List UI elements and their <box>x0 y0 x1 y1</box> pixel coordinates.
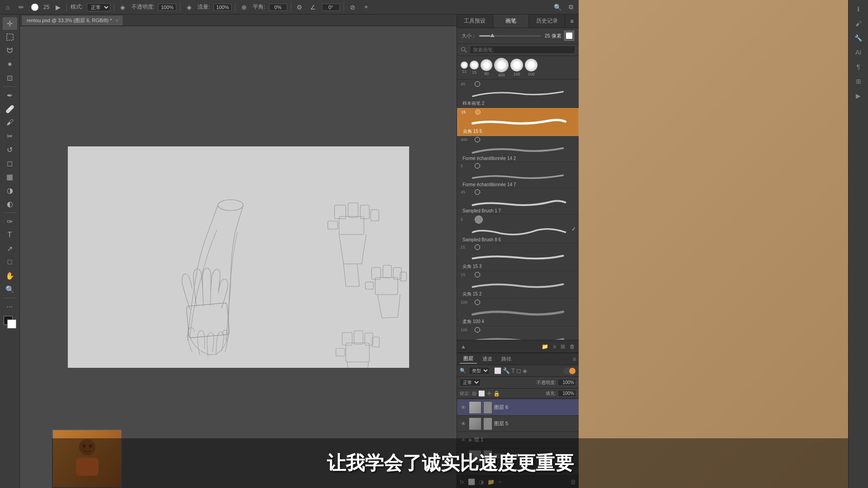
brush-preview-toggle[interactable] <box>564 31 574 41</box>
far-right-icon-7[interactable]: ▶ <box>852 89 865 102</box>
arrange-icon[interactable]: ⧉ <box>566 2 576 12</box>
gradient-tool[interactable]: ▦ <box>3 170 17 183</box>
dodge-tool[interactable]: ◐ <box>3 197 17 210</box>
far-right-icon-3[interactable]: 🔧 <box>852 32 865 44</box>
home-icon[interactable]: ⌂ <box>3 2 13 12</box>
text-tool[interactable]: T <box>3 229 17 241</box>
symmetry-icon[interactable]: ⌖ <box>361 2 371 12</box>
filter-smart-icon[interactable]: ◈ <box>523 367 527 374</box>
crop-tool[interactable]: ⊡ <box>3 71 17 84</box>
brush-search-input[interactable] <box>470 46 575 54</box>
tab-brush[interactable]: 画笔 <box>493 14 529 28</box>
layers-panel-menu[interactable]: ≡ <box>573 356 576 362</box>
tab-channels[interactable]: 通道 <box>479 355 496 363</box>
opacity-input-layers[interactable] <box>558 379 576 386</box>
brush-create-folder-icon[interactable]: 📁 <box>542 343 548 350</box>
brush-item-9[interactable]: 100 柔角 100 6 <box>457 326 579 340</box>
opacity-value[interactable]: 100% <box>158 4 176 11</box>
history-brush-tool[interactable]: ↺ <box>3 143 17 156</box>
layer-item-3[interactable]: 👁 图层 4 拷贝 <box>457 448 579 465</box>
far-right-icon-6[interactable]: ⊞ <box>852 75 865 88</box>
lasso-tool[interactable]: ᗢ <box>3 44 17 57</box>
settings-icon[interactable]: ⚙ <box>295 2 305 12</box>
brush-grid-view-icon[interactable]: ⊞ <box>561 343 565 350</box>
filter-adjust-icon[interactable]: 🔧 <box>503 367 510 374</box>
flow-icon[interactable]: ◈ <box>184 2 194 12</box>
brush-item-4[interactable]: 45 Sampled Brush 1 7 <box>457 188 579 215</box>
new-layer-icon[interactable]: + <box>498 479 502 485</box>
preset-4[interactable]: 400 <box>494 58 509 77</box>
far-right-icon-4[interactable]: AI <box>852 46 865 59</box>
shape-tool[interactable]: □ <box>3 256 17 268</box>
brush-tool-icon[interactable]: ✏ <box>16 2 26 12</box>
folder-icon[interactable]: 📁 <box>487 479 495 485</box>
lock-pixel-icon[interactable]: ⬜ <box>478 390 485 397</box>
panel-menu-icon[interactable]: ≡ <box>565 18 579 24</box>
fill-input[interactable] <box>558 390 576 397</box>
filter-shape-icon[interactable]: ◻ <box>516 367 521 374</box>
brush-item-3[interactable]: 5 Forme échantillonnée 14 7 <box>457 162 579 188</box>
preset-2[interactable]: 15 <box>470 61 479 75</box>
fx-icon[interactable]: fx <box>460 479 464 485</box>
tab-history[interactable]: 历史记录 <box>529 14 565 28</box>
brush-item-1[interactable]: 15 尖角 15 5 <box>457 108 579 136</box>
layer-visibility-1[interactable]: 👁 <box>460 420 467 427</box>
tab-paths[interactable]: 路径 <box>498 355 515 363</box>
extra-tools[interactable]: ··· <box>3 300 17 313</box>
add-mask-icon[interactable]: ⬜ <box>468 479 475 485</box>
brush-item-0[interactable]: 45 样本画笔 2 <box>457 80 579 108</box>
eraser-tool[interactable]: ◻ <box>3 157 17 169</box>
eyedropper-tool[interactable]: ✒ <box>3 89 17 102</box>
selection-tool[interactable] <box>3 31 17 43</box>
brush-delete-icon[interactable]: 🗑 <box>570 343 575 350</box>
brush-item-2[interactable]: 400 Forme échantillonnée 14 2 <box>457 136 579 162</box>
pressure-icon[interactable]: ⊘ <box>348 2 358 12</box>
move-tool[interactable]: ✛ <box>3 17 17 30</box>
far-right-icon-1[interactable]: ℹ <box>852 3 865 15</box>
video-thumbnail[interactable] <box>52 429 122 488</box>
mode-select[interactable]: 正常 <box>87 3 110 11</box>
preset-3[interactable]: 90 <box>481 59 492 76</box>
pen-tool[interactable]: ✑ <box>3 215 17 228</box>
far-right-icon-5[interactable]: ¶ <box>852 61 865 73</box>
lock-position-icon[interactable]: ⊞ <box>472 390 476 397</box>
search-icon[interactable]: 🔍 <box>552 2 562 12</box>
brush-tool[interactable]: 🖌 <box>3 116 17 129</box>
filter-type-select[interactable]: 类型 <box>469 367 490 375</box>
brush-list-view-icon[interactable]: ≡ <box>553 343 556 350</box>
brush-item-6[interactable]: 15 尖角 15 3 <box>457 244 579 271</box>
angle2-value[interactable]: 0° <box>322 4 340 11</box>
path-tool[interactable]: ↗ <box>3 242 17 255</box>
angle-value[interactable]: 0% <box>269 4 287 11</box>
brush-item-7[interactable]: 15 尖角 15 2 <box>457 271 579 299</box>
heal-tool[interactable]: 🩹 <box>3 103 17 115</box>
preset-5[interactable]: 100 <box>510 59 523 76</box>
angle2-icon[interactable]: ∠ <box>308 2 318 12</box>
brush-item-5[interactable]: 5 Sampled Brush 8 6 ✓ <box>457 215 579 244</box>
filter-text-icon[interactable]: T <box>511 367 515 374</box>
magic-wand-tool[interactable]: ⁕ <box>3 58 17 70</box>
tab-tool-presets[interactable]: 工具预设 <box>457 14 493 28</box>
clone-tool[interactable]: ✂ <box>3 130 17 142</box>
angle-icon[interactable]: ⊕ <box>239 2 249 12</box>
tab-close-button[interactable]: × <box>115 18 118 23</box>
delete-layer-icon[interactable]: 🗑 <box>570 479 576 485</box>
hand-tool[interactable]: ✋ <box>3 269 17 282</box>
brush-options-icon[interactable]: ▶ <box>53 2 63 12</box>
layer-item-0[interactable]: 👁 图层 6 <box>457 399 579 416</box>
adjustment-icon[interactable]: ◑ <box>479 479 484 485</box>
layer-visibility-3[interactable]: 👁 <box>460 453 467 460</box>
flow-value[interactable]: 100% <box>213 4 231 11</box>
zoom-tool[interactable]: 🔍 <box>3 283 17 296</box>
layer-item-1[interactable]: 👁 图层 5 <box>457 416 579 432</box>
layer-visibility-0[interactable]: 👁 <box>460 404 467 411</box>
brush-item-8[interactable]: 100 柔角 100 4 <box>457 299 579 326</box>
lock-move-icon[interactable]: ✛ <box>487 390 491 397</box>
layer-item-2[interactable]: 👁 ▶ 组 1 <box>457 432 579 448</box>
preset-6[interactable]: 100 <box>525 59 538 76</box>
brush-selector-icon[interactable] <box>30 2 40 12</box>
far-right-icon-2[interactable]: 🖌 <box>852 17 865 30</box>
filter-pixel-icon[interactable]: ⬜ <box>494 367 501 374</box>
tab-layers[interactable]: 图层 <box>460 354 477 364</box>
group-expand-icon[interactable]: ▶ <box>469 437 472 443</box>
